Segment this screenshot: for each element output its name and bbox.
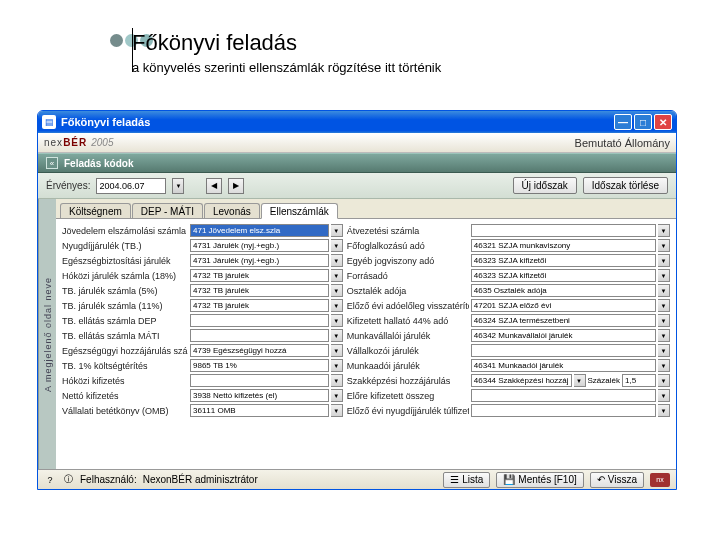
tab-dep-mati[interactable]: DEP - MÁTI	[132, 203, 203, 218]
dropdown-icon[interactable]: ▼	[331, 314, 343, 327]
dropdown-icon[interactable]: ▼	[331, 344, 343, 357]
minimize-button[interactable]: —	[614, 114, 632, 130]
tab-levonas[interactable]: Levonás	[204, 203, 260, 218]
dropdown-icon[interactable]: ▼	[331, 239, 343, 252]
nav-next-button[interactable]: ▶	[228, 178, 244, 194]
field-label: Osztalék adója	[347, 286, 469, 296]
status-bar: ? ⓘ Felhasználó: NexonBÉR adminisztrátor…	[38, 469, 676, 489]
account-field[interactable]: 46323 SZJA kifizetői	[471, 269, 656, 282]
tab-koltsegnem[interactable]: Költségnem	[60, 203, 131, 218]
form-row: Egyéb jogviszony adó46323 SZJA kifizetői…	[347, 253, 670, 268]
help-icon[interactable]: ?	[44, 474, 56, 486]
dropdown-icon[interactable]: ▼	[331, 359, 343, 372]
field-label: Jövedelem elszámolási számla	[62, 226, 188, 236]
form-row: Egészségbiztosítási járulék4731 Járulék …	[62, 253, 343, 268]
form-row: Jövedelem elszámolási számla471 Jövedele…	[62, 223, 343, 238]
account-field[interactable]	[471, 404, 656, 417]
field-label: Vállalkozói járulék	[347, 346, 469, 356]
dropdown-icon[interactable]: ▼	[331, 284, 343, 297]
side-tab[interactable]: A megjelenő oldal neve	[38, 199, 56, 469]
nav-prev-button[interactable]: ◀	[206, 178, 222, 194]
account-field[interactable]: 4732 TB járulék	[190, 299, 329, 312]
account-field[interactable]: 4732 TB járulék	[190, 284, 329, 297]
date-dropdown-icon[interactable]: ▼	[172, 178, 184, 194]
delete-period-button[interactable]: Időszak törlése	[583, 177, 668, 194]
account-field[interactable]	[190, 374, 329, 387]
dropdown-icon[interactable]: ▼	[331, 269, 343, 282]
account-field[interactable]: 4731 Járulék (nyj.+egb.)	[190, 254, 329, 267]
account-field[interactable]	[190, 329, 329, 342]
dropdown-icon[interactable]: ▼	[331, 404, 343, 417]
dropdown-icon[interactable]: ▼	[658, 329, 670, 342]
account-field[interactable]: 4739 Egészségügyi hozzá	[190, 344, 329, 357]
new-period-button[interactable]: Új időszak	[513, 177, 577, 194]
account-field[interactable]	[190, 314, 329, 327]
dropdown-icon[interactable]: ▼	[331, 299, 343, 312]
extra-field[interactable]: 1,5	[622, 374, 656, 387]
dropdown-icon[interactable]: ▼	[658, 314, 670, 327]
account-field[interactable]: 46342 Munkavállalói járulék	[471, 329, 656, 342]
maximize-button[interactable]: □	[634, 114, 652, 130]
tab-ellenszamlak[interactable]: Ellenszámlák	[261, 203, 338, 219]
dropdown-icon[interactable]: ▼	[658, 344, 670, 357]
dropdown-icon[interactable]: ▼	[658, 239, 670, 252]
save-button[interactable]: 💾Mentés [F10]	[496, 472, 583, 488]
field-label: Főfoglalkozású adó	[347, 241, 469, 251]
account-field[interactable]: 46344 Szakképzési hozzáj	[471, 374, 572, 387]
titlebar[interactable]: ▤ Főkönyvi feladás — □ ✕	[38, 111, 676, 133]
account-field[interactable]: 4635 Osztalék adója	[471, 284, 656, 297]
dropdown-icon[interactable]: ▼	[331, 224, 343, 237]
dropdown-icon[interactable]: ▼	[658, 374, 670, 387]
dropdown-icon[interactable]: ▼	[331, 374, 343, 387]
filter-bar: Érvényes: 2004.06.07 ▼ ◀ ▶ Új időszak Id…	[38, 173, 676, 199]
list-button[interactable]: ☰Lista	[443, 472, 490, 488]
close-button[interactable]: ✕	[654, 114, 672, 130]
dropdown-icon[interactable]: ▼	[658, 389, 670, 402]
account-field[interactable]: 471 Jövedelem elsz.szla	[190, 224, 329, 237]
dropdown-icon[interactable]: ▼	[331, 254, 343, 267]
field-label: Nyugdíjjárulék (TB.)	[62, 241, 188, 251]
window-title: Főkönyvi feladás	[61, 116, 614, 128]
account-field[interactable]: 46323 SZJA kifizetői	[471, 254, 656, 267]
account-field[interactable]: 4732 TB járulék	[190, 269, 329, 282]
dropdown-icon[interactable]: ▼	[658, 299, 670, 312]
dropdown-icon[interactable]: ▼	[658, 269, 670, 282]
back-button[interactable]: ↶Vissza	[590, 472, 644, 488]
account-field[interactable]	[471, 224, 656, 237]
account-field[interactable]: 4731 Járulék (nyj.+egb.)	[190, 239, 329, 252]
account-field[interactable]: 3938 Nettó kifizetés (el)	[190, 389, 329, 402]
account-field[interactable]: 46321 SZJA munkaviszony	[471, 239, 656, 252]
valid-label: Érvényes:	[46, 180, 90, 191]
brand-bar: nexBÉR 2005 Bemutató Állomány	[38, 133, 676, 153]
field-label: TB. járulék számla (5%)	[62, 286, 188, 296]
account-field[interactable]	[471, 389, 656, 402]
dropdown-icon[interactable]: ▼	[658, 359, 670, 372]
account-field[interactable]: 47201 SZJA előző évi	[471, 299, 656, 312]
extra-label: Százalék	[588, 376, 620, 385]
valid-date-field[interactable]: 2004.06.07	[96, 178, 166, 194]
form-row: Átvezetési számla▼	[347, 223, 670, 238]
account-field[interactable]	[471, 344, 656, 357]
section-header[interactable]: « Feladás kódok	[38, 153, 676, 173]
undo-icon: ↶	[597, 474, 605, 485]
dropdown-icon[interactable]: ▼	[574, 374, 586, 387]
dropdown-icon[interactable]: ▼	[331, 389, 343, 402]
account-field[interactable]: 9865 TB 1%	[190, 359, 329, 372]
field-label: Előző évi adóelőleg visszatérítés	[347, 301, 469, 311]
dropdown-icon[interactable]: ▼	[331, 329, 343, 342]
account-field[interactable]: 36111 OMB	[190, 404, 329, 417]
app-window: ▤ Főkönyvi feladás — □ ✕ nexBÉR 2005 Bem…	[37, 110, 677, 490]
dropdown-icon[interactable]: ▼	[658, 254, 670, 267]
dropdown-icon[interactable]: ▼	[658, 404, 670, 417]
dropdown-icon[interactable]: ▼	[658, 224, 670, 237]
form-row: Vállalkozói járulék▼	[347, 343, 670, 358]
form-row: Osztalék adója4635 Osztalék adója▼	[347, 283, 670, 298]
account-field[interactable]: 46324 SZJA természetbeni	[471, 314, 656, 327]
collapse-icon[interactable]: «	[46, 157, 58, 169]
form-row: Előző évi nyugdíjjárulék túlfizetés▼	[347, 403, 670, 418]
dropdown-icon[interactable]: ▼	[658, 284, 670, 297]
field-label: Szakképzési hozzájárulás	[347, 376, 469, 386]
info-icon[interactable]: ⓘ	[62, 474, 74, 486]
account-field[interactable]: 46341 Munkaadói járulék	[471, 359, 656, 372]
form-grid: Jövedelem elszámolási számla471 Jövedele…	[56, 219, 676, 420]
